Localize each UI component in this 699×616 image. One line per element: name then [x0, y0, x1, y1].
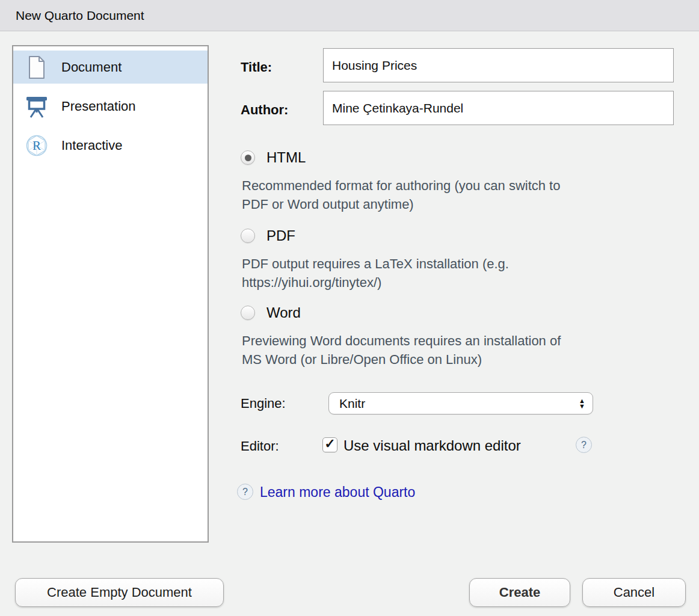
- sidebar-item-label: Presentation: [61, 99, 136, 114]
- sidebar-item-label: Interactive: [61, 138, 123, 153]
- author-input[interactable]: [323, 91, 674, 125]
- engine-label: Engine:: [241, 396, 286, 411]
- create-empty-document-button[interactable]: Create Empty Document: [15, 578, 224, 607]
- format-label: HTML: [266, 149, 306, 166]
- dialog-title: New Quarto Document: [16, 8, 144, 23]
- stepper-arrows-icon: ▲ ▼: [579, 398, 585, 408]
- format-category-list: Document Presentation R: [12, 45, 209, 543]
- format-description: Recommended format for authoring (you ca…: [242, 176, 560, 214]
- format-label: Word: [266, 304, 301, 321]
- editor-help-icon[interactable]: ?: [576, 437, 592, 453]
- dialog-titlebar: New Quarto Document: [0, 0, 699, 31]
- format-option-html[interactable]: HTML: [241, 149, 306, 166]
- new-quarto-document-dialog: New Quarto Document Document: [0, 0, 699, 616]
- engine-select-value: Knitr: [339, 396, 579, 411]
- learn-more-link[interactable]: Learn more about Quarto: [260, 484, 415, 500]
- format-option-word[interactable]: Word: [241, 304, 301, 321]
- title-input[interactable]: [323, 48, 674, 82]
- cancel-button[interactable]: Cancel: [582, 578, 686, 607]
- format-option-pdf[interactable]: PDF: [241, 227, 295, 244]
- format-description: PDF output requires a LaTeX installation…: [242, 254, 509, 292]
- engine-select[interactable]: Knitr ▲ ▼: [328, 392, 593, 414]
- checkmark-icon: ✓: [324, 436, 335, 452]
- learn-more-help-icon[interactable]: ?: [237, 484, 253, 500]
- format-description: Previewing Word documents requires an in…: [242, 331, 561, 369]
- sidebar-item-document[interactable]: Document: [13, 51, 208, 84]
- format-label: PDF: [266, 227, 295, 244]
- interactive-icon: R: [25, 134, 48, 157]
- svg-text:R: R: [32, 138, 41, 153]
- title-label: Title:: [241, 60, 272, 75]
- sidebar-item-presentation[interactable]: Presentation: [13, 90, 208, 123]
- visual-editor-checkbox[interactable]: ✓: [322, 437, 337, 452]
- radio-button-icon[interactable]: [241, 306, 255, 320]
- visual-editor-checkbox-label[interactable]: Use visual markdown editor: [343, 437, 521, 454]
- editor-label: Editor:: [241, 439, 279, 454]
- author-label: Author:: [241, 102, 288, 118]
- radio-button-icon[interactable]: [241, 229, 255, 243]
- sidebar-item-interactive[interactable]: R Interactive: [13, 129, 208, 162]
- sidebar-item-label: Document: [61, 60, 122, 75]
- document-icon: [25, 56, 48, 79]
- create-button[interactable]: Create: [469, 578, 570, 607]
- presentation-icon: [25, 95, 48, 118]
- radio-button-icon[interactable]: [241, 150, 255, 165]
